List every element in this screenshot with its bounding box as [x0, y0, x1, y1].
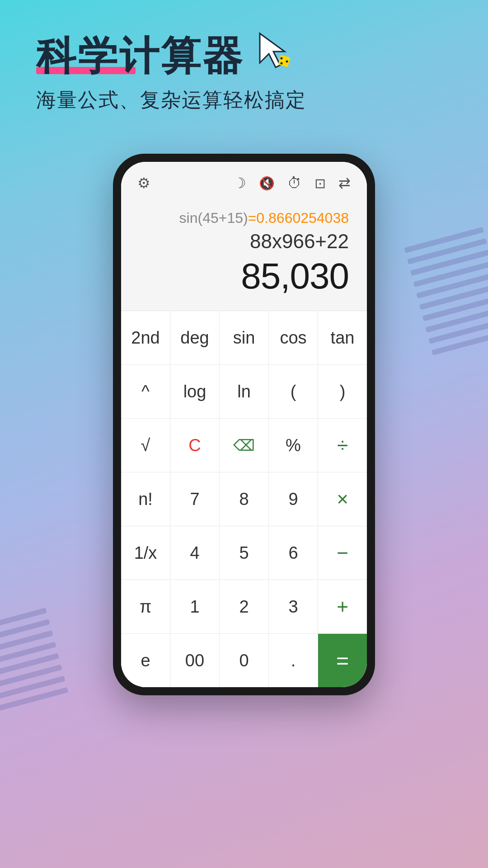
prev-expr-text: sin(45+15): [179, 210, 248, 226]
key-deg[interactable]: deg: [170, 311, 220, 364]
settings-icon[interactable]: ⚙: [137, 175, 150, 192]
key-multiply[interactable]: ×: [318, 472, 367, 526]
key-cos[interactable]: cos: [269, 311, 318, 364]
svg-point-2: [281, 57, 283, 60]
key-6[interactable]: 6: [269, 526, 318, 580]
phone-mockup: ⚙ ☽ 🔇 ⏱ ⊡ ⇄ sin(45+15)=0.8660254038 88x9…: [113, 154, 375, 695]
display-area: sin(45+15)=0.8660254038 88x966+22 85,030: [121, 201, 367, 311]
title-container: 科学计算器: [36, 36, 244, 76]
key-sin[interactable]: sin: [220, 311, 269, 364]
layout-icon[interactable]: ⊡: [314, 175, 326, 191]
key-clear[interactable]: C: [170, 419, 220, 472]
history-icon[interactable]: ⏱: [287, 175, 302, 192]
key-sqrt[interactable]: √: [121, 419, 170, 472]
key-power[interactable]: ^: [121, 365, 170, 418]
deco-stripes-right: [404, 227, 488, 379]
keyboard: 2nd deg sin cos tan ^ log ln ( ) √: [121, 311, 367, 687]
key-row-5: 1/x 4 5 6 −: [121, 526, 367, 580]
key-8[interactable]: 8: [220, 472, 269, 526]
prev-expression: sin(45+15)=0.8660254038: [139, 210, 349, 226]
key-row-2: ^ log ln ( ): [121, 365, 367, 419]
app-subtitle: 海量公式、复杂运算轻松搞定: [36, 87, 452, 113]
key-equals[interactable]: =: [318, 634, 367, 687]
key-2[interactable]: 2: [220, 580, 269, 633]
key-pi[interactable]: π: [121, 580, 170, 633]
key-1[interactable]: 1: [170, 580, 220, 633]
key-row-4: n! 7 8 9 ×: [121, 472, 367, 526]
key-2nd[interactable]: 2nd: [121, 311, 170, 364]
app-title: 科学计算器: [36, 33, 244, 78]
top-bar: ⚙ ☽ 🔇 ⏱ ⊡ ⇄: [121, 162, 367, 201]
moon-icon[interactable]: ☽: [233, 175, 246, 192]
top-bar-icons: ☽ 🔇 ⏱ ⊡ ⇄: [233, 175, 351, 192]
cursor-icon: [253, 29, 298, 74]
key-factorial[interactable]: n!: [121, 472, 170, 526]
phone-screen: ⚙ ☽ 🔇 ⏱ ⊡ ⇄ sin(45+15)=0.8660254038 88x9…: [121, 162, 367, 687]
key-open-paren[interactable]: (: [269, 365, 318, 418]
phone-frame: ⚙ ☽ 🔇 ⏱ ⊡ ⇄ sin(45+15)=0.8660254038 88x9…: [113, 154, 375, 695]
key-divide[interactable]: ÷: [318, 419, 367, 472]
key-close-paren[interactable]: ): [318, 365, 367, 418]
key-ln[interactable]: ln: [220, 365, 269, 418]
key-decimal[interactable]: .: [269, 634, 318, 687]
header: 科学计算器 海量公式、复杂运算轻松搞定: [0, 0, 488, 132]
key-0[interactable]: 0: [220, 634, 269, 687]
swap-icon[interactable]: ⇄: [338, 175, 351, 192]
key-double-zero[interactable]: 00: [170, 634, 220, 687]
key-row-3: √ C ⌫ % ÷: [121, 419, 367, 472]
title-row: 科学计算器: [36, 36, 452, 76]
prev-result-text: =0.8660254038: [248, 210, 349, 226]
key-e[interactable]: e: [121, 634, 170, 687]
key-subtract[interactable]: −: [318, 526, 367, 580]
current-result: 85,030: [139, 255, 349, 297]
current-expression: 88x966+22: [139, 230, 349, 253]
key-7[interactable]: 7: [170, 472, 220, 526]
key-9[interactable]: 9: [269, 472, 318, 526]
svg-point-4: [281, 62, 283, 65]
deco-stripes-left: [0, 608, 79, 749]
key-log[interactable]: log: [170, 365, 220, 418]
svg-point-3: [286, 61, 288, 63]
key-row-7: e 00 0 . =: [121, 634, 367, 687]
key-3[interactable]: 3: [269, 580, 318, 633]
key-add[interactable]: +: [318, 580, 367, 633]
key-4[interactable]: 4: [170, 526, 220, 580]
backspace-icon: ⌫: [233, 436, 255, 454]
key-reciprocal[interactable]: 1/x: [121, 526, 170, 580]
key-percent[interactable]: %: [269, 419, 318, 472]
key-backspace[interactable]: ⌫: [220, 419, 269, 472]
key-tan[interactable]: tan: [318, 311, 367, 364]
key-5[interactable]: 5: [220, 526, 269, 580]
mute-icon[interactable]: 🔇: [259, 176, 275, 191]
key-row-6: π 1 2 3 +: [121, 580, 367, 634]
key-row-1: 2nd deg sin cos tan: [121, 311, 367, 365]
